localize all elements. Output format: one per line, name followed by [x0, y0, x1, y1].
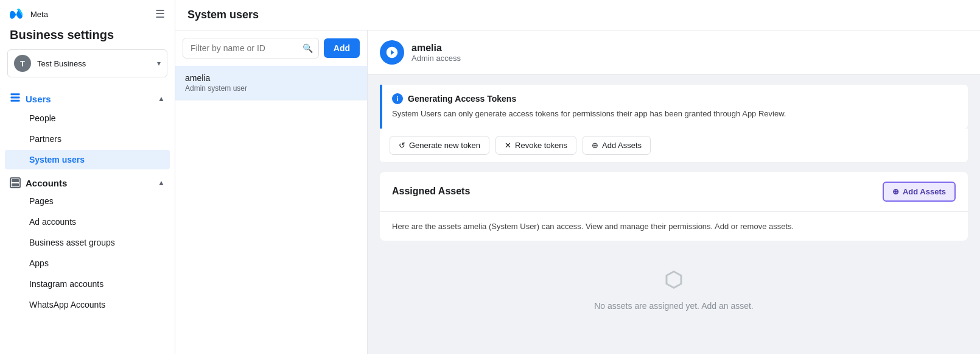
generate-token-button[interactable]: ↺ Generate new token [390, 136, 489, 155]
users-section-left: Users [10, 92, 51, 105]
detail-user-name: amelia [411, 43, 461, 54]
revoke-tokens-label: Revoke tokens [515, 141, 567, 150]
business-avatar: T [14, 55, 31, 72]
action-buttons: ↺ Generate new token ✕ Revoke tokens ⊕ A… [380, 129, 968, 162]
detail-user-info: amelia Admin access [411, 43, 461, 63]
users-icon [10, 92, 21, 105]
nav-item-system-users[interactable]: System users [5, 150, 170, 169]
no-assets-icon [663, 269, 685, 295]
list-toolbar: 🔍 Add [175, 30, 367, 66]
info-banner: i Generating Access Tokens System Users … [380, 85, 968, 129]
nav-item-business-asset-groups[interactable]: Business asset groups [5, 233, 170, 252]
page-title: System users [187, 9, 259, 21]
info-icon: i [392, 93, 403, 104]
users-section-chevron-icon: ▲ [158, 94, 165, 103]
generate-token-icon: ↺ [399, 141, 405, 150]
add-assets-inline-icon: ⊕ [592, 141, 598, 150]
users-section-header[interactable]: Users ▲ [0, 87, 175, 108]
revoke-tokens-button[interactable]: ✕ Revoke tokens [495, 136, 576, 155]
generate-token-label: Generate new token [409, 141, 480, 150]
meta-logo: Meta [10, 9, 48, 19]
hamburger-button[interactable]: ☰ [155, 7, 165, 21]
accounts-section-left: Accounts [10, 177, 67, 188]
no-assets-text: No assets are assigned yet. Add an asset… [594, 301, 754, 311]
list-panel: 🔍 Add amelia Admin system user [175, 30, 368, 354]
info-banner-text: System Users can only generate access to… [392, 108, 958, 120]
detail-panel: amelia Admin access i Generating Access … [368, 30, 980, 354]
nav-item-partners[interactable]: Partners [5, 129, 170, 149]
users-section-title: Users [26, 94, 51, 104]
list-item[interactable]: amelia Admin system user [175, 66, 367, 101]
nav-item-pages[interactable]: Pages [5, 191, 170, 211]
assigned-assets-title: Assigned Assets [392, 186, 470, 197]
add-assets-inline-button[interactable]: ⊕ Add Assets [583, 136, 651, 155]
content-area: 🔍 Add amelia Admin system user amelia Ad… [175, 30, 980, 354]
business-name: Test Business [37, 59, 151, 68]
page-header: System users [175, 0, 980, 30]
nav-item-apps[interactable]: Apps [5, 253, 170, 273]
info-banner-title: i Generating Access Tokens [392, 93, 958, 104]
svg-rect-0 [11, 93, 20, 95]
main-area: System users 🔍 Add amelia Admin system u… [175, 0, 980, 354]
sidebar: Meta ☰ Business settings T Test Business… [0, 0, 175, 354]
search-icon: 🔍 [303, 43, 313, 53]
nav-item-people[interactable]: People [5, 108, 170, 128]
list-item-name: amelia [185, 73, 357, 83]
detail-user-role: Admin access [411, 54, 461, 63]
nav-item-ad-accounts[interactable]: Ad accounts [5, 212, 170, 232]
assigned-assets-desc: Here are the assets amelia (System User)… [380, 212, 968, 241]
detail-avatar [380, 40, 404, 65]
svg-rect-2 [11, 100, 20, 102]
add-assets-button-label: Add Assets [903, 187, 946, 196]
svg-rect-3 [12, 179, 19, 182]
search-input[interactable] [183, 38, 319, 58]
accounts-section-chevron-icon: ▲ [158, 179, 165, 187]
add-button[interactable]: Add [324, 38, 360, 58]
revoke-tokens-icon: ✕ [505, 141, 511, 150]
svg-rect-4 [12, 183, 19, 186]
meta-wordmark: Meta [30, 10, 48, 19]
chevron-down-icon: ▾ [157, 59, 161, 68]
add-assets-inline-label: Add Assets [602, 141, 642, 150]
business-selector[interactable]: T Test Business ▾ [7, 49, 167, 77]
accounts-icon [10, 177, 21, 188]
sidebar-header: Meta ☰ [0, 0, 175, 28]
accounts-section-header[interactable]: Accounts ▲ [0, 170, 175, 191]
accounts-section-title: Accounts [26, 178, 67, 188]
app-title: Business settings [0, 28, 175, 49]
detail-header: amelia Admin access [368, 30, 980, 75]
svg-rect-1 [11, 97, 20, 99]
assigned-assets-section: Assigned Assets ⊕ Add Assets Here are th… [380, 172, 968, 241]
nav-item-whatsapp-accounts[interactable]: WhatsApp Accounts [5, 295, 170, 314]
nav-item-instagram-accounts[interactable]: Instagram accounts [5, 274, 170, 294]
add-assets-button-icon: ⊕ [892, 187, 899, 196]
assigned-assets-header: Assigned Assets ⊕ Add Assets [380, 172, 968, 212]
add-assets-button[interactable]: ⊕ Add Assets [883, 182, 956, 202]
search-wrapper: 🔍 [183, 38, 319, 58]
list-item-sub: Admin system user [185, 84, 357, 93]
no-assets-box: No assets are assigned yet. Add an asset… [380, 250, 968, 329]
